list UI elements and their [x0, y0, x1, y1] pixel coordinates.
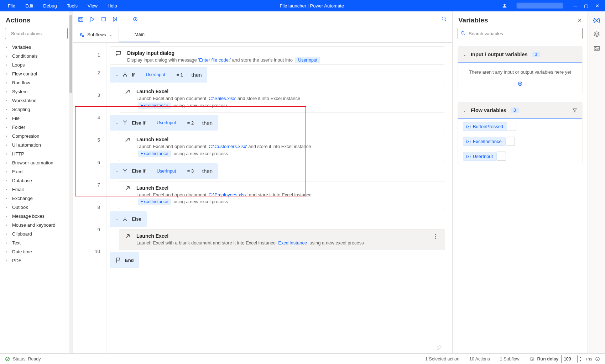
menu-file[interactable]: File	[3, 3, 20, 9]
cat-browser-automation[interactable]: ›Browser automation	[0, 158, 73, 167]
line-gutter: 1 2 3 4 5 6 7 8 9 10	[73, 43, 107, 353]
cat-mouse-keyboard[interactable]: ›Mouse and keyboard	[0, 221, 73, 230]
cat-conditionals[interactable]: ›Conditionals	[0, 52, 73, 60]
run-delay-field[interactable]	[562, 357, 577, 362]
action-launch-excel-customers[interactable]: Launch Excel Launch Excel and open docum…	[119, 133, 445, 161]
cat-system[interactable]: ›System	[0, 87, 73, 96]
action-launch-excel-employees[interactable]: Launch Excel Launch Excel and open docum…	[119, 181, 445, 209]
actions-panel: Actions ›Variables ›Conditionals ›Loops …	[0, 11, 73, 353]
action-display-input-dialog[interactable]: Display input dialog Display input dialo…	[110, 46, 445, 65]
cat-variables[interactable]: ›Variables	[0, 43, 73, 52]
action-categories[interactable]: ›Variables ›Conditionals ›Loops ›Flow co…	[0, 43, 73, 353]
cat-scripting[interactable]: ›Scripting	[0, 105, 73, 114]
io-variables-header[interactable]: ⌄ Input / output variables 0	[458, 47, 582, 63]
cat-loops[interactable]: ›Loops	[0, 60, 73, 69]
collapse-icon[interactable]: ⌄	[115, 217, 118, 221]
designer-panel: Subflows ⌄ Main 1 2 3 4 5 6 7 8 9 10	[73, 11, 453, 353]
actions-scrollbar[interactable]	[69, 11, 73, 353]
subflows-dropdown[interactable]: Subflows ⌄	[73, 27, 119, 42]
svg-point-2	[135, 19, 136, 20]
arrow-icon	[124, 185, 131, 191]
delay-down[interactable]: ▼	[578, 359, 583, 363]
var-buttonpressed[interactable]: (x)ButtonPressed	[463, 122, 507, 131]
collapse-icon[interactable]: ⌄	[115, 73, 118, 77]
action-launch-excel-blank[interactable]: Launch Excel Launch Excel with a blank d…	[119, 229, 445, 250]
rail-variables-icon[interactable]: {x}	[593, 17, 600, 23]
cat-message-boxes[interactable]: ›Message boxes	[0, 212, 73, 221]
cat-exchange[interactable]: ›Exchange	[0, 194, 73, 203]
rail-images-icon[interactable]	[594, 45, 600, 52]
actions-heading: Actions	[0, 11, 73, 28]
run-button[interactable]	[89, 16, 95, 22]
close-panel-button[interactable]: ✕	[578, 17, 582, 23]
cat-workstation[interactable]: ›Workstation	[0, 96, 73, 105]
cat-text[interactable]: ›Text	[0, 238, 73, 247]
search-variables[interactable]	[458, 28, 583, 39]
svg-rect-0	[102, 17, 105, 21]
eraser-icon[interactable]	[436, 344, 442, 350]
menu-bar: File Edit Debug Tools View Help	[3, 3, 122, 9]
cat-excel[interactable]: ›Excel	[0, 167, 73, 176]
action-more-menu[interactable]: ⋮	[431, 233, 440, 240]
menu-help[interactable]: Help	[103, 3, 122, 9]
var-excelinstance[interactable]: (x)ExcelInstance	[463, 137, 506, 146]
menu-view[interactable]: View	[83, 3, 103, 9]
maximize-button[interactable]: ▢	[584, 3, 588, 9]
save-button[interactable]	[78, 16, 84, 22]
menu-edit[interactable]: Edit	[20, 3, 38, 9]
cat-compression[interactable]: ›Compression	[0, 132, 73, 141]
search-actions-input[interactable]	[11, 31, 71, 36]
cat-file[interactable]: ›File	[0, 114, 73, 123]
chevron-down-icon: ⌄	[109, 32, 112, 37]
minimize-button[interactable]: ─	[574, 3, 577, 9]
collapse-icon[interactable]: ⌄	[115, 121, 118, 125]
collapse-icon[interactable]: ⌄	[115, 169, 118, 173]
tab-main[interactable]: Main	[119, 27, 160, 42]
search-variables-input[interactable]	[469, 31, 579, 36]
flow-canvas[interactable]: 1 2 3 4 5 6 7 8 9 10 Display input dialo…	[73, 43, 452, 353]
subflow-bar: Subflows ⌄ Main	[73, 27, 452, 43]
right-rail: {x}	[588, 11, 605, 353]
record-button[interactable]	[132, 16, 138, 22]
flow-count-badge: 3	[511, 107, 519, 113]
action-launch-excel-sales[interactable]: Launch Excel Launch Excel and open docum…	[119, 85, 445, 113]
cat-http[interactable]: ›HTTP	[0, 149, 73, 158]
search-actions[interactable]	[5, 28, 68, 39]
step-button[interactable]	[112, 16, 118, 22]
block-else[interactable]: ⌄ Else	[110, 211, 147, 227]
flow-variables-header[interactable]: ⌄ Flow variables 3	[458, 102, 582, 119]
svg-point-4	[595, 47, 596, 48]
cat-database[interactable]: ›Database	[0, 176, 73, 185]
block-end[interactable]: End	[110, 252, 139, 268]
cat-ui-automation[interactable]: ›UI automation	[0, 141, 73, 149]
block-elseif-2[interactable]: ⌄ Else if UserInput = 2 then	[110, 115, 218, 131]
account-icon[interactable]	[502, 3, 507, 9]
cat-outlook[interactable]: ›Outlook	[0, 203, 73, 212]
block-elseif-3[interactable]: ⌄ Else if UserInput = 3 then	[110, 163, 218, 179]
info-icon[interactable]	[595, 357, 600, 362]
var-userinput[interactable]: (x)UserInput	[463, 152, 497, 161]
stop-button[interactable]	[101, 16, 106, 22]
delay-up[interactable]: ▲	[578, 355, 583, 359]
cat-email[interactable]: ›Email	[0, 185, 73, 194]
toolbar-search-button[interactable]	[442, 16, 447, 22]
block-if[interactable]: ⌄ If UserInput = 1 then	[110, 67, 207, 83]
run-delay-input[interactable]: ▲▼	[561, 355, 583, 363]
cat-clipboard[interactable]: ›Clipboard	[0, 230, 73, 238]
menu-debug[interactable]: Debug	[38, 3, 62, 9]
cat-run-flow[interactable]: ›Run flow	[0, 78, 73, 87]
cat-pdf[interactable]: ›PDF	[0, 256, 73, 265]
chevron-down-icon: ⌄	[463, 52, 466, 57]
cat-folder[interactable]: ›Folder	[0, 123, 73, 132]
menu-tools[interactable]: Tools	[62, 3, 83, 9]
status-ok-icon	[5, 357, 10, 362]
filter-icon[interactable]	[572, 108, 577, 113]
status-actions: 10 Actions	[469, 357, 490, 362]
close-button[interactable]: ✕	[595, 3, 599, 9]
cat-flow-control[interactable]: ›Flow control	[0, 69, 73, 78]
add-variable-button[interactable]: ⊕	[463, 80, 577, 88]
rail-layers-icon[interactable]	[594, 31, 600, 37]
designer-toolbar	[73, 11, 452, 27]
cat-date-time[interactable]: ›Date time	[0, 247, 73, 256]
status-selected: 1 Selected action	[425, 357, 459, 362]
